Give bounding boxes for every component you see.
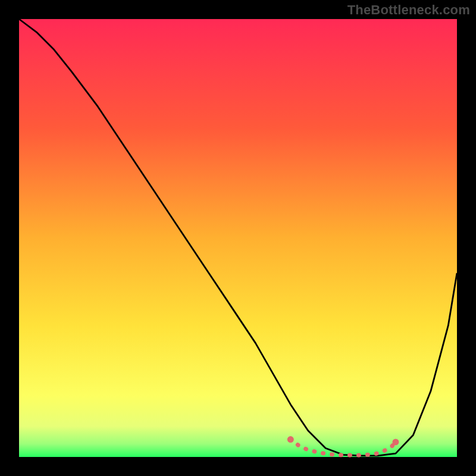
plot-background — [19, 19, 457, 457]
chart-frame: TheBottleneck.com — [0, 0, 476, 476]
accent-dot — [392, 439, 399, 445]
accent-dot — [287, 436, 294, 443]
chart-svg — [0, 0, 476, 476]
